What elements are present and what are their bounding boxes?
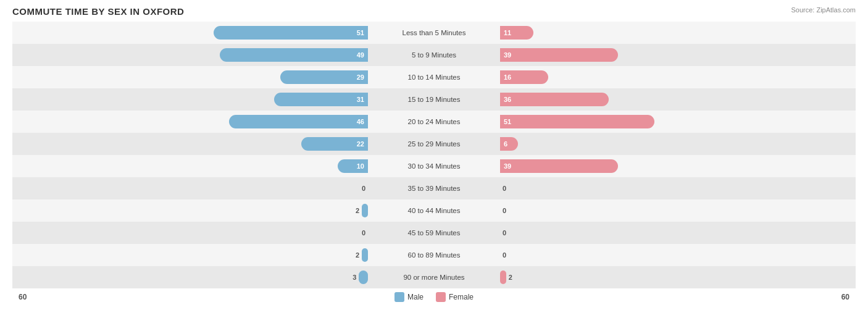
male-section: 10: [12, 159, 370, 173]
male-bar: 49: [220, 48, 368, 62]
male-bar: [362, 248, 368, 262]
legend: Male Female: [394, 292, 474, 302]
female-section: 51: [498, 115, 856, 128]
female-value: 0: [503, 251, 506, 259]
male-bar: 29: [280, 70, 368, 84]
female-value: 0: [503, 185, 506, 192]
female-section: 0: [498, 185, 856, 192]
footer-left-val: 60: [19, 293, 27, 301]
chart-title: COMMUTE TIME BY SEX IN OXFORD: [12, 6, 856, 17]
legend-female-box: [436, 292, 446, 302]
female-bar: 51: [500, 115, 654, 128]
female-section: 0: [498, 207, 856, 214]
table-row: 4620 to 24 Minutes51: [12, 111, 856, 133]
table-row: 390 or more Minutes2: [12, 266, 856, 288]
source-label: Source: ZipAtlas.com: [791, 6, 856, 14]
female-bar: 11: [500, 26, 533, 40]
male-section: 2: [12, 204, 370, 217]
footer-right-val: 60: [841, 293, 849, 301]
female-bar: 16: [500, 70, 548, 84]
table-row: 2225 to 29 Minutes6: [12, 133, 856, 155]
table-row: 260 to 89 Minutes0: [12, 244, 856, 266]
female-value: 0: [503, 229, 506, 237]
row-label: 45 to 59 Minutes: [370, 229, 498, 237]
male-value: 0: [362, 185, 365, 192]
female-bar: 6: [500, 137, 518, 151]
male-bar: 31: [274, 93, 368, 106]
row-label: 15 to 19 Minutes: [370, 96, 498, 103]
female-section: 39: [498, 159, 856, 173]
table-row: 240 to 44 Minutes0: [12, 199, 856, 222]
female-value: 0: [503, 207, 506, 214]
male-value: 3: [353, 274, 356, 281]
female-section: 36: [498, 93, 856, 106]
table-row: 51Less than 5 Minutes11: [12, 22, 856, 44]
table-row: 035 to 39 Minutes0: [12, 177, 856, 199]
male-section: 46: [12, 115, 370, 128]
male-section: 2: [12, 248, 370, 262]
male-section: 0: [12, 229, 370, 237]
row-label: Less than 5 Minutes: [370, 29, 498, 36]
male-bar: [362, 204, 368, 217]
male-value: 2: [356, 251, 359, 259]
row-label: 20 to 24 Minutes: [370, 118, 498, 125]
female-section: 16: [498, 70, 856, 84]
row-label: 40 to 44 Minutes: [370, 207, 498, 214]
row-label: 25 to 29 Minutes: [370, 140, 498, 148]
chart-rows: 51Less than 5 Minutes11495 to 9 Minutes3…: [12, 22, 856, 288]
chart-container: COMMUTE TIME BY SEX IN OXFORD Source: Zi…: [0, 0, 868, 323]
male-bar: 22: [301, 137, 368, 151]
legend-female: Female: [436, 292, 474, 302]
table-row: 2910 to 14 Minutes16: [12, 66, 856, 88]
female-bar: 39: [500, 159, 618, 173]
male-section: 3: [12, 271, 370, 284]
row-label: 90 or more Minutes: [370, 274, 498, 281]
male-bar: 51: [214, 26, 368, 40]
male-section: 29: [12, 70, 370, 84]
male-value: 0: [362, 229, 365, 237]
male-section: 22: [12, 137, 370, 151]
female-section: 2: [498, 271, 856, 284]
female-bar: 39: [500, 48, 618, 62]
female-bar: [500, 271, 506, 284]
table-row: 045 to 59 Minutes0: [12, 222, 856, 244]
female-section: 39: [498, 48, 856, 62]
legend-male-box: [394, 292, 404, 302]
legend-female-label: Female: [449, 293, 474, 301]
row-label: 60 to 89 Minutes: [370, 251, 498, 259]
chart-footer: 60 Male Female 60: [12, 292, 856, 302]
male-section: 51: [12, 26, 370, 40]
male-bar: 10: [338, 159, 368, 173]
female-section: 0: [498, 229, 856, 237]
male-section: 49: [12, 48, 370, 62]
row-label: 10 to 14 Minutes: [370, 73, 498, 81]
row-label: 30 to 34 Minutes: [370, 162, 498, 170]
male-value: 2: [356, 207, 359, 214]
row-label: 5 to 9 Minutes: [370, 51, 498, 59]
table-row: 495 to 9 Minutes39: [12, 44, 856, 66]
male-bar: 46: [229, 115, 368, 128]
table-row: 1030 to 34 Minutes39: [12, 155, 856, 177]
female-section: 6: [498, 137, 856, 151]
female-bar: 36: [500, 93, 609, 106]
legend-male-label: Male: [407, 293, 424, 301]
table-row: 3115 to 19 Minutes36: [12, 88, 856, 111]
legend-male: Male: [394, 292, 424, 302]
row-label: 35 to 39 Minutes: [370, 185, 498, 192]
male-section: 31: [12, 93, 370, 106]
female-section: 11: [498, 26, 856, 40]
male-section: 0: [12, 185, 370, 192]
female-value: 2: [509, 274, 512, 281]
female-section: 0: [498, 251, 856, 259]
male-bar: [359, 271, 368, 284]
